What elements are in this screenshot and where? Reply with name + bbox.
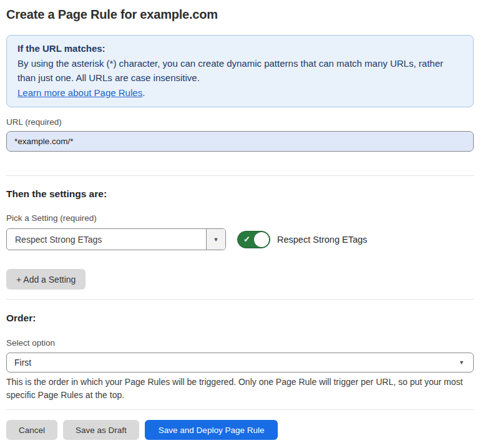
- add-setting-button[interactable]: + Add a Setting: [6, 269, 86, 290]
- pick-setting-label: Pick a Setting (required): [6, 213, 474, 223]
- chevron-down-icon: ▼: [213, 236, 219, 243]
- cancel-button[interactable]: Cancel: [6, 420, 57, 440]
- link-period: .: [142, 87, 145, 98]
- order-select-value: First: [14, 358, 31, 368]
- create-page-rule-form: Create a Page Rule for example.com If th…: [0, 6, 480, 448]
- footer-actions: Cancel Save as Draft Save and Deploy Pag…: [6, 420, 474, 440]
- order-help-text: This is the order in which your Page Rul…: [6, 376, 471, 401]
- learn-more-link[interactable]: Learn more about Page Rules: [17, 87, 142, 98]
- setting-toggle[interactable]: ✓: [237, 231, 270, 248]
- page-title: Create a Page Rule for example.com: [6, 6, 474, 22]
- save-draft-button[interactable]: Save as Draft: [63, 420, 139, 440]
- settings-heading: Then the settings are:: [6, 188, 474, 200]
- save-deploy-button[interactable]: Save and Deploy Page Rule: [145, 420, 278, 440]
- info-box-heading: If the URL matches:: [17, 41, 463, 56]
- info-box-link-line: Learn more about Page Rules.: [17, 85, 463, 100]
- setting-select[interactable]: Respect Strong ETags ▼: [6, 228, 226, 250]
- url-field-label: URL (required): [6, 117, 474, 127]
- info-box-body: By using the asterisk (*) character, you…: [17, 56, 463, 85]
- footer-divider: [6, 409, 474, 410]
- section-divider: [6, 175, 474, 176]
- order-select-label: Select option: [6, 338, 474, 348]
- toggle-knob: [254, 232, 269, 247]
- order-heading: Order:: [6, 312, 474, 324]
- url-input[interactable]: [6, 131, 474, 152]
- setting-select-arrow-button[interactable]: ▼: [206, 229, 225, 250]
- setting-toggle-label: Respect Strong ETags: [277, 235, 367, 245]
- section-divider: [6, 299, 474, 299]
- chevron-down-icon: ▼: [459, 359, 464, 366]
- order-select[interactable]: First ▼: [6, 353, 474, 373]
- setting-row: Respect Strong ETags ▼ ✓ Respect Strong …: [6, 228, 474, 250]
- setting-select-value: Respect Strong ETags: [7, 229, 206, 250]
- url-match-info-box: If the URL matches: By using the asteris…: [6, 35, 474, 107]
- check-icon: ✓: [243, 235, 250, 243]
